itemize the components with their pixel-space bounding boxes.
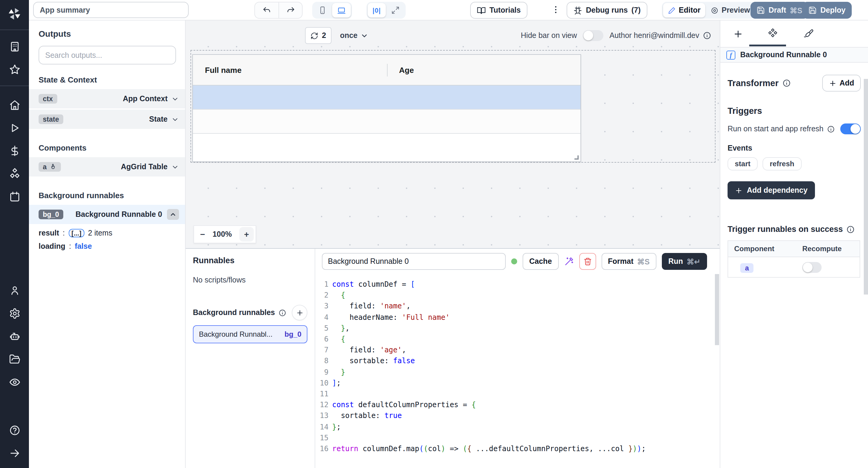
component-column-header: Component <box>728 244 802 253</box>
insert-component-tab[interactable] <box>723 21 752 47</box>
help-circle-icon[interactable] <box>0 419 29 441</box>
cache-button[interactable]: Cache <box>523 253 558 270</box>
editor-tab[interactable]: Editor <box>663 3 705 18</box>
arrow-right-icon[interactable] <box>0 441 29 464</box>
more-menu-button[interactable] <box>551 5 561 17</box>
loading-output-line: loading : false <box>38 242 176 250</box>
run-on-start-toggle[interactable] <box>840 124 861 134</box>
rail-divider <box>0 30 29 30</box>
outputs-title: Outputs <box>38 29 176 38</box>
save-icon <box>756 6 765 14</box>
frequency-dropdown[interactable]: once <box>340 31 368 40</box>
layout-toggle: |0| <box>367 2 406 19</box>
zoom-out-button[interactable]: − <box>200 230 205 238</box>
aggrid-table-component[interactable]: Full name Age <box>192 54 581 162</box>
code-lines[interactable]: const columnDef = [ { field: 'name', hea… <box>332 279 714 468</box>
runnables-column: Runnables No scripts/flows Background ru… <box>186 249 315 468</box>
ai-wand-icon[interactable] <box>564 257 574 266</box>
info-icon[interactable] <box>278 309 286 316</box>
status-dot <box>511 258 517 264</box>
component-a-badge: a <box>38 162 61 172</box>
draft-button[interactable]: Draft ⌘S <box>750 2 808 19</box>
add-runnable-button[interactable] <box>292 305 307 321</box>
table-row-selected[interactable] <box>193 86 581 110</box>
left-rail <box>0 0 29 468</box>
preview-tab[interactable]: Preview <box>706 3 755 18</box>
on-success-title: Trigger runnables on success <box>727 225 843 234</box>
info-icon[interactable] <box>782 79 790 87</box>
desktop-view-button[interactable] <box>332 3 351 18</box>
app-summary-input[interactable] <box>33 2 189 18</box>
bg0-name: Background Runnable 0 <box>75 210 162 219</box>
column-header-full-name[interactable]: Full name <box>193 65 387 74</box>
components-title: Components <box>38 143 176 153</box>
editor-scrollbar[interactable] <box>715 274 719 345</box>
colon: : <box>63 229 65 237</box>
deploy-button[interactable]: Deploy <box>802 2 851 19</box>
eye-icon[interactable] <box>0 370 29 393</box>
ctx-row[interactable]: ctx App Context <box>29 89 185 108</box>
active-tab-underline <box>749 44 786 46</box>
component-a-row[interactable]: a AgGrid Table <box>29 157 185 176</box>
table-row[interactable] <box>193 110 581 134</box>
runnable-name-input[interactable] <box>322 253 506 270</box>
search-outputs-input[interactable] <box>38 46 176 64</box>
star-icon[interactable] <box>0 58 29 81</box>
result-expand-chip[interactable]: [...] <box>68 229 84 237</box>
windmill-logo-icon[interactable] <box>7 6 22 24</box>
resize-handle[interactable] <box>575 156 579 160</box>
folder-open-icon[interactable] <box>0 347 29 370</box>
undo-button[interactable] <box>255 2 278 18</box>
debug-runs-button[interactable]: Debug runs (7) <box>567 2 647 19</box>
delete-button[interactable] <box>579 253 596 270</box>
bottom-panel: Runnables No scripts/flows Background ru… <box>186 248 720 468</box>
robot-icon[interactable] <box>0 325 29 347</box>
mobile-view-button[interactable] <box>313 3 332 18</box>
redo-button[interactable] <box>278 2 302 18</box>
zoom-level: 100% <box>205 230 239 238</box>
dollar-icon[interactable] <box>0 139 29 162</box>
state-row[interactable]: state State <box>29 110 185 129</box>
info-icon[interactable] <box>827 125 835 133</box>
fullwidth-button[interactable] <box>386 3 404 18</box>
bg0-row[interactable]: bg_0 Background Runnable 0 <box>29 205 185 224</box>
state-badge: state <box>38 114 63 124</box>
user-icon[interactable] <box>0 279 29 302</box>
collapse-button[interactable] <box>167 209 179 220</box>
add-label: Add <box>839 79 854 87</box>
tutorials-button[interactable]: Tutorials <box>470 2 527 19</box>
building-icon[interactable] <box>0 35 29 58</box>
home-icon[interactable] <box>0 93 29 116</box>
hide-bar-toggle[interactable] <box>583 30 603 41</box>
right-panel-scrollbar[interactable] <box>864 79 868 295</box>
column-header-age[interactable]: Age <box>387 65 414 74</box>
undo-redo-group <box>254 2 303 19</box>
format-shortcut: ⌘S <box>637 257 650 266</box>
bg-runnable-item[interactable]: Background Runnabl... bg_0 <box>193 325 307 343</box>
frequency-value: once <box>340 31 358 40</box>
column-divider[interactable] <box>387 64 388 76</box>
author-label: Author henri@windmill.dev <box>610 31 699 40</box>
canvas-toolbar: 2 once Hide bar on view Author henri@win… <box>186 27 720 44</box>
settings-tab[interactable] <box>758 21 787 47</box>
info-icon[interactable] <box>703 31 711 40</box>
refresh-count-button[interactable]: 2 <box>305 27 332 44</box>
debug-runs-label: Debug runs <box>586 6 628 14</box>
app-canvas[interactable]: 2 once Hide bar on view Author henri@win… <box>186 21 720 248</box>
add-transformer-button[interactable]: Add <box>822 75 861 92</box>
center-align-button[interactable]: |0| <box>368 3 386 18</box>
recompute-toggle[interactable] <box>802 262 822 272</box>
boxes-icon[interactable] <box>0 162 29 185</box>
play-icon[interactable] <box>0 116 29 139</box>
gear-icon[interactable] <box>0 302 29 325</box>
add-dependency-button[interactable]: Add dependency <box>727 181 815 199</box>
ctx-type: App Context <box>123 95 167 103</box>
zoom-in-button[interactable]: + <box>239 227 254 241</box>
format-button[interactable]: Format ⌘S <box>601 253 656 270</box>
calendar-icon[interactable] <box>0 185 29 208</box>
styling-tab[interactable] <box>794 21 823 47</box>
preview-label: Preview <box>721 6 750 14</box>
info-icon[interactable] <box>846 225 855 233</box>
run-button[interactable]: Run ⌘↵ <box>662 253 707 270</box>
event-pill-refresh: refresh <box>763 157 801 170</box>
